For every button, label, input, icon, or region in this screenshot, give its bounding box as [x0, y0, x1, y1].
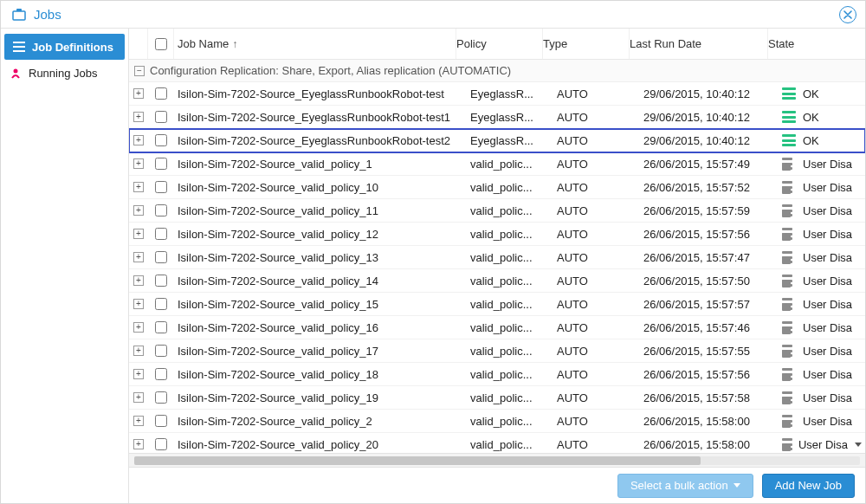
plus-box-icon[interactable]	[133, 275, 144, 286]
plus-box-icon[interactable]	[133, 346, 144, 356]
row-expander[interactable]	[129, 369, 148, 379]
row-expander[interactable]	[129, 135, 148, 145]
row-checkbox-cell[interactable]	[148, 87, 174, 100]
plus-box-icon[interactable]	[133, 252, 144, 262]
row-checkbox[interactable]	[155, 298, 167, 310]
row-checkbox-cell[interactable]	[148, 134, 174, 146]
collapse-group-icon[interactable]: −	[134, 66, 145, 76]
table-row[interactable]: Isilon-Sim-7202-Source_valid_policy_18va…	[129, 363, 865, 386]
state-warning-icon	[782, 298, 796, 310]
table-row[interactable]: Isilon-Sim-7202-Source_valid_policy_13va…	[129, 246, 865, 269]
row-expander[interactable]	[129, 439, 148, 449]
table-row[interactable]: Isilon-Sim-7202-Source_valid_policy_20va…	[129, 433, 865, 453]
plus-box-icon[interactable]	[133, 112, 144, 122]
table-row[interactable]: Isilon-Sim-7202-Source_valid_policy_2val…	[129, 410, 865, 433]
row-checkbox-cell[interactable]	[148, 345, 174, 357]
col-header-policy[interactable]: Policy	[456, 29, 543, 59]
row-checkbox[interactable]	[155, 134, 167, 146]
table-row[interactable]: Isilon-Sim-7202-Source_valid_policy_15va…	[129, 293, 865, 316]
row-expander[interactable]	[129, 229, 148, 239]
row-checkbox-cell[interactable]	[148, 158, 174, 170]
table-row[interactable]: Isilon-Sim-7202-Source_EyeglassRunbookRo…	[129, 82, 865, 106]
row-expander[interactable]	[129, 112, 148, 122]
table-row[interactable]: Isilon-Sim-7202-Source_valid_policy_17va…	[129, 339, 865, 363]
row-checkbox[interactable]	[155, 275, 167, 287]
row-checkbox[interactable]	[155, 321, 167, 333]
row-expander[interactable]	[129, 275, 148, 286]
plus-box-icon[interactable]	[133, 439, 144, 449]
table-row[interactable]: Isilon-Sim-7202-Source_valid_policy_12va…	[129, 223, 865, 246]
row-expander[interactable]	[129, 346, 148, 356]
plus-box-icon[interactable]	[133, 229, 144, 239]
table-row[interactable]: Isilon-Sim-7202-Source_EyeglassRunbookRo…	[129, 106, 865, 129]
horizontal-scrollbar[interactable]	[129, 453, 865, 467]
col-checkbox-header[interactable]	[148, 29, 174, 59]
add-new-job-button[interactable]: Add New Job	[762, 474, 855, 498]
col-header-last[interactable]: Last Run Date	[630, 29, 768, 59]
row-checkbox-cell[interactable]	[148, 111, 174, 123]
row-checkbox-cell[interactable]	[148, 391, 174, 404]
row-checkbox-cell[interactable]	[148, 181, 174, 193]
row-expander[interactable]	[129, 88, 148, 99]
col-header-state[interactable]: State	[768, 29, 851, 59]
row-checkbox[interactable]	[155, 181, 167, 193]
row-expander[interactable]	[129, 252, 148, 262]
plus-box-icon[interactable]	[133, 158, 144, 169]
bulk-action-button[interactable]: Select a bulk action	[617, 474, 753, 498]
select-all-checkbox[interactable]	[155, 38, 167, 50]
table-row[interactable]: Isilon-Sim-7202-Source_EyeglassRunbookRo…	[129, 129, 865, 152]
close-button[interactable]	[839, 6, 856, 23]
plus-box-icon[interactable]	[133, 369, 144, 379]
cell-state: User Disa	[782, 204, 865, 217]
row-checkbox[interactable]	[155, 204, 167, 216]
row-checkbox-cell[interactable]	[148, 415, 174, 427]
row-checkbox-cell[interactable]	[148, 228, 174, 240]
row-checkbox[interactable]	[155, 111, 167, 123]
sidebar-item-job-definitions[interactable]: Job Definitions	[4, 34, 125, 60]
row-checkbox[interactable]	[155, 158, 167, 170]
plus-box-icon[interactable]	[133, 135, 144, 145]
row-checkbox[interactable]	[155, 391, 167, 404]
hscroll-thumb[interactable]	[134, 456, 701, 465]
row-expander[interactable]	[129, 182, 148, 192]
group-row[interactable]: − Configuration Replication: Share, Expo…	[129, 60, 865, 82]
row-checkbox-cell[interactable]	[148, 275, 174, 287]
row-menu-icon[interactable]	[855, 443, 862, 447]
plus-box-icon[interactable]	[133, 416, 144, 426]
row-expander[interactable]	[129, 322, 148, 333]
row-expander[interactable]	[129, 205, 148, 216]
plus-box-icon[interactable]	[133, 392, 144, 403]
row-checkbox-cell[interactable]	[148, 368, 174, 380]
row-expander[interactable]	[129, 299, 148, 309]
row-checkbox[interactable]	[155, 228, 167, 240]
table-row[interactable]: Isilon-Sim-7202-Source_valid_policy_16va…	[129, 316, 865, 339]
row-expander[interactable]	[129, 158, 148, 169]
plus-box-icon[interactable]	[133, 299, 144, 309]
row-checkbox[interactable]	[155, 251, 167, 263]
plus-box-icon[interactable]	[133, 205, 144, 216]
row-checkbox-cell[interactable]	[148, 321, 174, 333]
row-checkbox[interactable]	[155, 368, 167, 380]
plus-box-icon[interactable]	[133, 322, 144, 333]
col-header-name[interactable]: Job Name ↑	[174, 29, 456, 59]
row-expander[interactable]	[129, 416, 148, 426]
plus-box-icon[interactable]	[133, 88, 144, 99]
row-checkbox[interactable]	[155, 438, 167, 450]
row-checkbox-cell[interactable]	[148, 298, 174, 310]
table-body[interactable]: − Configuration Replication: Share, Expo…	[129, 60, 865, 453]
row-checkbox[interactable]	[155, 415, 167, 427]
row-expander[interactable]	[129, 392, 148, 403]
table-row[interactable]: Isilon-Sim-7202-Source_valid_policy_10va…	[129, 176, 865, 199]
col-header-type[interactable]: Type	[543, 29, 630, 59]
table-row[interactable]: Isilon-Sim-7202-Source_valid_policy_1val…	[129, 152, 865, 176]
row-checkbox[interactable]	[155, 87, 167, 100]
table-row[interactable]: Isilon-Sim-7202-Source_valid_policy_11va…	[129, 199, 865, 223]
row-checkbox-cell[interactable]	[148, 438, 174, 450]
table-row[interactable]: Isilon-Sim-7202-Source_valid_policy_19va…	[129, 386, 865, 410]
table-row[interactable]: Isilon-Sim-7202-Source_valid_policy_14va…	[129, 269, 865, 293]
plus-box-icon[interactable]	[133, 182, 144, 192]
row-checkbox-cell[interactable]	[148, 251, 174, 263]
sidebar-item-running-jobs[interactable]: Running Jobs	[1, 60, 128, 86]
row-checkbox[interactable]	[155, 345, 167, 357]
row-checkbox-cell[interactable]	[148, 204, 174, 216]
